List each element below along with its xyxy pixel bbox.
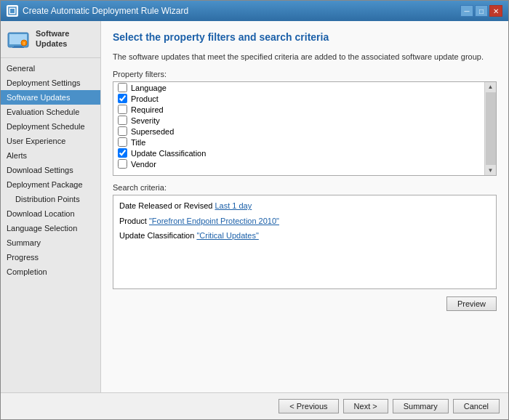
filter-checkbox-required[interactable] [118, 105, 127, 114]
title-bar: Create Automatic Deployment Rule Wizard … [1, 1, 508, 21]
filter-item-required: Required [113, 104, 484, 115]
page-title: Select the property filters and search c… [113, 31, 497, 43]
svg-rect-1 [10, 9, 15, 13]
filter-label: Severity [131, 116, 160, 125]
summary-button[interactable]: Summary [393, 399, 449, 413]
next-button[interactable]: Next > [343, 399, 388, 413]
filter-checkbox-update-classification[interactable] [118, 148, 127, 158]
sidebar-item-distribution-points[interactable]: Distribution Points [1, 192, 100, 206]
svg-rect-4 [14, 46, 23, 47]
filter-item-superseded: Superseded [113, 126, 484, 137]
filter-checkbox-language[interactable] [118, 83, 127, 92]
filter-item-vendor: Vendor [113, 158, 484, 169]
criteria-prefix: Update Classification [119, 231, 196, 240]
sidebar-item-language-selection[interactable]: Language Selection [1, 221, 100, 235]
sidebar-item-deployment-schedule[interactable]: Deployment Schedule [1, 119, 100, 134]
sidebar-item-deployment-package[interactable]: Deployment Package [1, 177, 100, 192]
main-content: ! Software Updates GeneralDeployment Set… [1, 21, 508, 392]
sidebar-item-software-updates[interactable]: Software Updates [1, 90, 100, 105]
sidebar-item-evaluation-schedule[interactable]: Evaluation Schedule [1, 105, 100, 119]
filter-item-language: Language [113, 82, 484, 93]
filter-label: Product [131, 94, 159, 103]
previous-button[interactable]: < Previous [278, 399, 338, 413]
filter-label: Language [131, 84, 167, 92]
filter-checkbox-superseded[interactable] [118, 126, 127, 136]
filter-checkbox-severity[interactable] [118, 116, 127, 125]
scroll-down-arrow[interactable]: ▼ [486, 166, 495, 175]
sidebar-item-progress[interactable]: Progress [1, 250, 100, 264]
filter-label: Vendor [131, 160, 156, 169]
wizard-window: Create Automatic Deployment Rule Wizard … [0, 0, 509, 420]
search-criteria-label: Search criteria: [113, 183, 497, 192]
sidebar-item-general[interactable]: General [1, 61, 100, 76]
sidebar-item-user-experience[interactable]: User Experience [1, 134, 100, 148]
content-area: Select the property filters and search c… [101, 21, 508, 392]
property-filters-scrollbar[interactable]: ▲ ▼ [484, 82, 496, 175]
close-button[interactable]: ✕ [489, 5, 502, 17]
filters-list: LanguageProductRequiredSeveritySupersede… [113, 82, 496, 169]
preview-button[interactable]: Preview [446, 296, 497, 311]
filter-item-title: Title [113, 137, 484, 148]
svg-rect-5 [12, 47, 24, 48]
criteria-link[interactable]: Last 1 day [215, 201, 252, 210]
sidebar-nav: GeneralDeployment SettingsSoftware Updat… [1, 58, 100, 282]
preview-area: Preview [113, 296, 497, 311]
sidebar-item-summary[interactable]: Summary [1, 235, 100, 250]
sidebar-item-deployment-settings[interactable]: Deployment Settings [1, 76, 100, 90]
filter-label: Update Classification [131, 149, 206, 158]
filter-checkbox-title[interactable] [118, 137, 127, 147]
title-bar-left: Create Automatic Deployment Rule Wizard [7, 5, 188, 17]
sidebar-header: ! Software Updates [1, 21, 100, 58]
search-criteria-row: Date Released or Revised Last 1 day [119, 200, 490, 212]
description-text: The software updates that meet the speci… [113, 52, 497, 62]
search-criteria-row: Update Classification "Critical Updates" [119, 230, 490, 242]
filter-item-product: Product [113, 93, 484, 104]
filter-checkbox-product[interactable] [118, 94, 127, 103]
criteria-prefix: Product [119, 217, 149, 225]
property-filters-label: Property filters: [113, 70, 497, 78]
filter-label: Title [131, 138, 145, 147]
property-filters-box: LanguageProductRequiredSeveritySupersede… [113, 81, 497, 176]
sidebar-header-icon: ! [7, 28, 30, 52]
sidebar-item-download-location[interactable]: Download Location [1, 206, 100, 221]
window-title: Create Automatic Deployment Rule Wizard [23, 6, 188, 16]
filter-item-severity: Severity [113, 115, 484, 126]
criteria-prefix: Date Released or Revised [119, 201, 215, 210]
filter-label: Superseded [131, 127, 174, 136]
criteria-link[interactable]: "Forefront Endpoint Protection 2010" [149, 217, 279, 225]
filter-label: Required [131, 105, 164, 114]
sidebar-header-text: Software Updates [36, 28, 95, 49]
sidebar-item-alerts[interactable]: Alerts [1, 148, 100, 163]
filter-item-update-classification: Update Classification [113, 148, 484, 158]
cancel-button[interactable]: Cancel [453, 399, 500, 413]
footer: < Previous Next > Summary Cancel [1, 392, 508, 419]
search-criteria-row: Product "Forefront Endpoint Protection 2… [119, 215, 490, 227]
search-criteria-box: Date Released or Revised Last 1 dayProdu… [113, 195, 497, 289]
window-icon [7, 5, 18, 17]
criteria-link[interactable]: "Critical Updates" [196, 231, 258, 240]
sidebar-item-completion[interactable]: Completion [1, 264, 100, 279]
filter-checkbox-vendor[interactable] [118, 159, 127, 169]
window-controls: ─ □ ✕ [460, 5, 502, 17]
maximize-button[interactable]: □ [475, 5, 488, 17]
sidebar-item-download-settings[interactable]: Download Settings [1, 163, 100, 177]
sidebar: ! Software Updates GeneralDeployment Set… [1, 21, 101, 392]
minimize-button[interactable]: ─ [460, 5, 473, 17]
scroll-up-arrow[interactable]: ▲ [486, 82, 495, 92]
